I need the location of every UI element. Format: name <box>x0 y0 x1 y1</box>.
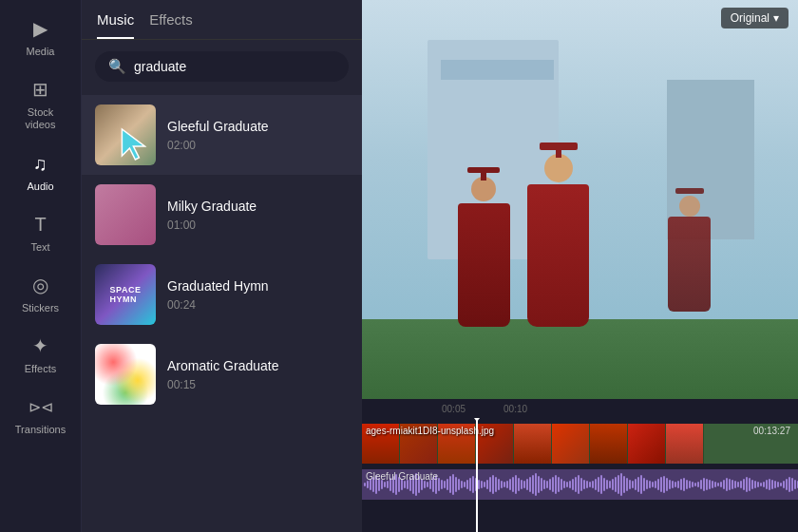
sidebar-item-text-label: Text <box>30 241 49 253</box>
wave-bar <box>623 476 625 493</box>
wave-bar <box>669 480 671 489</box>
music-duration-4: 00:15 <box>167 378 349 391</box>
wave-bar <box>472 476 474 493</box>
music-title-3: Graduated Hymn <box>167 278 349 294</box>
music-item-3[interactable]: SPACEHYMN Graduated Hymn 00:24 <box>82 255 362 334</box>
music-info-4: Aromatic Graduate 00:15 <box>167 358 349 391</box>
wave-bar <box>521 480 522 489</box>
sidebar-item-stickers[interactable]: ◎ Stickers <box>3 264 79 321</box>
wave-bar <box>558 477 560 492</box>
wave-bar <box>692 482 694 487</box>
wave-bar <box>777 482 779 487</box>
sidebar-item-transitions[interactable]: ⊳⊲ Transitions <box>3 386 79 443</box>
wave-bar <box>438 478 440 491</box>
wave-bar <box>706 479 708 490</box>
wave-bar <box>709 480 711 489</box>
music-thumb-1 <box>95 104 156 165</box>
wave-bar <box>484 482 485 487</box>
wave-bar <box>543 480 545 489</box>
sidebar-item-text[interactable]: T Text <box>3 203 79 260</box>
wave-bar <box>749 478 750 491</box>
wave-bar <box>714 482 716 487</box>
wave-bar <box>598 477 599 492</box>
wave-bar <box>560 479 562 490</box>
wave-bar <box>618 475 619 494</box>
wave-bar <box>615 477 617 492</box>
media-icon: ▶ <box>28 15 54 42</box>
image-track[interactable]: ages-rmiakit1DI8-unsplash.jpg 00:13:27 <box>362 424 798 464</box>
wave-bar <box>535 473 537 496</box>
track-thumb-7 <box>590 424 628 464</box>
track-thumb-9 <box>666 424 704 464</box>
effects-icon: ✦ <box>28 332 54 359</box>
music-item-2[interactable]: Milky Graduate 01:00 <box>82 175 362 255</box>
wave-bar <box>549 479 551 490</box>
wave-bar <box>649 481 651 488</box>
wave-bar <box>771 480 773 489</box>
wave-bar <box>486 480 488 489</box>
text-icon: T <box>28 211 54 238</box>
dropdown-chevron-icon: ▾ <box>773 11 779 25</box>
wave-bar <box>526 479 528 490</box>
wave-bar <box>489 477 491 492</box>
sidebar: ▶ Media ⊞ Stockvideos ♫ Audio T Text ◎ S… <box>0 0 82 532</box>
wave-bar <box>712 481 713 488</box>
wave-bar <box>626 478 628 491</box>
wave-bar <box>620 473 622 496</box>
wave-bar <box>737 482 739 487</box>
timeline[interactable]: ages-rmiakit1DI8-unsplash.jpg 00:13:27 G… <box>362 418 798 532</box>
wave-bar <box>575 477 577 492</box>
tab-music[interactable]: Music <box>97 11 134 39</box>
wave-bar <box>740 481 742 488</box>
wave-bar <box>595 479 597 490</box>
wave-bar <box>592 481 594 488</box>
tab-effects[interactable]: Effects <box>149 11 193 39</box>
wave-bar <box>655 481 656 488</box>
wave-bar <box>606 480 608 489</box>
wave-bar <box>791 478 793 491</box>
wave-bar <box>786 479 788 490</box>
track-thumb-5 <box>514 424 552 464</box>
wave-bar <box>566 482 568 487</box>
wave-bar <box>672 481 674 488</box>
ground <box>362 319 798 399</box>
wave-bar <box>481 481 483 488</box>
sidebar-item-stock[interactable]: ⊞ Stockvideos <box>3 68 79 139</box>
wave-bar <box>657 479 659 490</box>
wave-bar <box>703 478 705 491</box>
sidebar-item-stock-label: Stockvideos <box>26 106 56 131</box>
wave-bar <box>509 479 511 490</box>
sidebar-item-audio[interactable]: ♫ Audio <box>3 142 79 200</box>
sidebar-item-stickers-label: Stickers <box>22 302 59 314</box>
audio-icon: ♫ <box>28 150 54 177</box>
wave-bar <box>680 479 682 490</box>
building-detail <box>441 60 554 80</box>
wave-bar <box>466 480 468 489</box>
original-label: Original <box>731 11 770 25</box>
sidebar-item-effects[interactable]: ✦ Effects <box>3 325 79 382</box>
music-item-1[interactable]: Gleeful Graduate 02:00 <box>82 95 362 175</box>
wave-bar <box>504 482 505 487</box>
wave-bar <box>449 476 451 493</box>
music-duration-1: 02:00 <box>167 139 349 152</box>
search-input[interactable] <box>134 59 335 74</box>
audio-track[interactable]: Gleeful Graduate <box>362 469 798 500</box>
sidebar-item-media[interactable]: ▶ Media <box>3 8 79 65</box>
wave-bar <box>766 480 768 489</box>
wave-bar <box>689 481 691 488</box>
main-content: Original ▾ 00:05 00:10 ages-rmiakit1DI8-… <box>362 0 798 532</box>
music-title-1: Gleeful Graduate <box>167 119 349 134</box>
person-1 <box>458 203 510 327</box>
wave-bar <box>635 479 636 490</box>
wave-bar <box>461 481 463 488</box>
wave-bar <box>746 477 748 492</box>
wave-bar <box>697 482 699 487</box>
wave-bar <box>563 481 565 488</box>
original-dropdown[interactable]: Original ▾ <box>721 8 788 28</box>
wave-bar <box>404 481 406 488</box>
wave-bar <box>674 482 676 487</box>
wave-bar <box>501 481 503 488</box>
music-item-4[interactable]: Aromatic Graduate 00:15 <box>82 334 362 414</box>
playhead[interactable] <box>476 418 478 532</box>
wave-bar <box>663 476 665 493</box>
